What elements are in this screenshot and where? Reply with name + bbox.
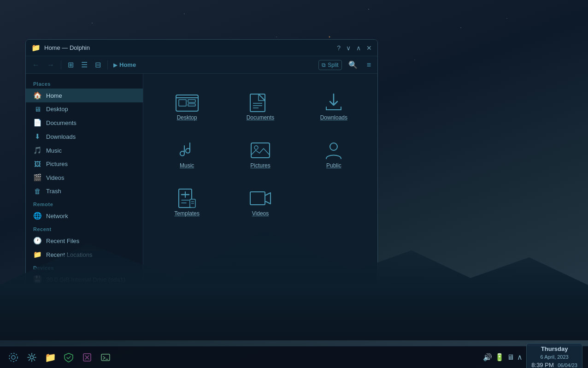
sidebar-item-pictures[interactable]: 🖼 Pictures bbox=[26, 157, 143, 171]
sidebar-item-recent-files[interactable]: 🕐 Recent Files bbox=[26, 234, 143, 248]
file-item-videos[interactable]: Videos bbox=[226, 179, 294, 222]
taskbar-gear-icon[interactable] bbox=[24, 350, 40, 365]
display-icon[interactable]: 🖥 bbox=[507, 353, 514, 362]
sidebar-item-downloads[interactable]: ⬇ Downloads bbox=[26, 130, 143, 143]
file-item-templates[interactable]: Templates bbox=[153, 179, 221, 222]
documents-label: Documents bbox=[247, 114, 275, 121]
search-button[interactable]: 🔍 bbox=[346, 59, 360, 71]
view-detail-button[interactable]: ⊟ bbox=[92, 59, 104, 71]
breadcrumb-arrow: ▶ bbox=[113, 62, 118, 68]
sidebar-item-videos[interactable]: 🎬 Videos bbox=[26, 171, 143, 184]
maximize-button[interactable]: ∧ bbox=[356, 45, 361, 51]
fulldate-label: 6 April, 2023 bbox=[541, 354, 569, 360]
menu-button[interactable]: ≡ bbox=[364, 59, 374, 71]
sidebar-item-trash-label: Trash bbox=[46, 188, 61, 195]
documents-folder-icon bbox=[248, 90, 272, 114]
datetime-box[interactable]: Thursday 6 April, 2023 8:39 PM 06/04/23 bbox=[526, 343, 582, 368]
zoom-label: Zoom: bbox=[165, 291, 180, 296]
help-button[interactable]: ? bbox=[337, 45, 341, 51]
zoom-thumb bbox=[196, 291, 201, 296]
title-bar-controls: ? ∨ ∧ ✕ bbox=[337, 45, 372, 51]
taskbar: 📁 🔊 🔋 🖥 ∧ bbox=[0, 346, 588, 368]
sidebar-item-drive-label: 20.0 GiB Internal Drive (sda1) bbox=[46, 276, 125, 283]
sidebar-item-network[interactable]: 🌐 Network bbox=[26, 209, 143, 223]
close-button[interactable]: ✕ bbox=[366, 45, 372, 51]
sidebar-item-pictures-label: Pictures bbox=[46, 160, 68, 167]
taskbar-right: 🔊 🔋 🖥 ∧ Thursday 6 April, 2023 8:39 PM 0… bbox=[483, 343, 582, 368]
split-button[interactable]: ⧉ Split bbox=[318, 60, 341, 70]
file-item-documents[interactable]: Documents bbox=[226, 83, 294, 126]
file-item-desktop[interactable]: Desktop bbox=[153, 83, 221, 126]
downloads-folder-icon bbox=[322, 90, 346, 114]
downloads-icon: ⬇ bbox=[33, 132, 41, 141]
zoom-slider[interactable] bbox=[183, 292, 229, 294]
back-button[interactable]: ← bbox=[29, 59, 42, 71]
sidebar-item-desktop-label: Desktop bbox=[46, 106, 68, 113]
forward-button[interactable]: → bbox=[44, 59, 57, 71]
svg-point-9 bbox=[254, 146, 258, 149]
gear-svg-icon bbox=[27, 352, 37, 362]
taskbar-left: 📁 bbox=[6, 350, 113, 365]
toolbar: ← → ⊞ ☰ ⊟ ▶ Home ⧉ Split 🔍 ≡ bbox=[26, 56, 377, 74]
sidebar-item-documents[interactable]: 📄 Documents bbox=[26, 116, 143, 130]
sidebar-item-music[interactable]: 🎵 Music bbox=[26, 143, 143, 157]
templates-folder-icon bbox=[175, 186, 199, 210]
pictures-icon: 🖼 bbox=[33, 160, 41, 168]
split-icon: ⧉ bbox=[322, 62, 326, 68]
sidebar-item-videos-label: Videos bbox=[46, 174, 65, 181]
sidebar-item-home[interactable]: 🏠 Home bbox=[26, 89, 143, 102]
svg-rect-4 bbox=[250, 94, 265, 112]
svg-rect-1 bbox=[179, 100, 186, 106]
sidebar-item-desktop[interactable]: 🖥 Desktop bbox=[26, 102, 143, 116]
pictures-label: Pictures bbox=[250, 162, 270, 169]
file-item-music[interactable]: Music bbox=[153, 131, 221, 174]
toolbar-separator-1 bbox=[61, 60, 61, 70]
sidebar-item-recent-locations[interactable]: 📁 Recent Locations bbox=[26, 248, 143, 261]
view-icons-button[interactable]: ⊞ bbox=[65, 59, 76, 71]
file-item-downloads[interactable]: Downloads bbox=[300, 83, 368, 126]
sidebar-item-recent-files-label: Recent Files bbox=[46, 237, 79, 244]
home-icon: 🏠 bbox=[33, 91, 41, 100]
taskbar-shield-icon[interactable] bbox=[61, 350, 76, 365]
task-svg-icon bbox=[82, 352, 92, 362]
svg-rect-24 bbox=[101, 354, 110, 361]
breadcrumb: ▶ Home bbox=[113, 61, 317, 68]
breadcrumb-home[interactable]: Home bbox=[119, 61, 136, 68]
minimize-button[interactable]: ∨ bbox=[346, 45, 351, 51]
battery-icon[interactable]: 🔋 bbox=[495, 353, 504, 362]
window-icon: 📁 bbox=[31, 43, 41, 52]
free-space: 14.1 GiB free bbox=[342, 291, 372, 296]
volume-icon[interactable]: 🔊 bbox=[483, 353, 492, 362]
datetime-day: Thursday bbox=[531, 345, 577, 352]
file-item-pictures[interactable]: Pictures bbox=[226, 131, 294, 174]
sidebar-item-music-label: Music bbox=[46, 147, 62, 154]
day-label: Thursday bbox=[541, 345, 568, 352]
shield-svg-icon bbox=[64, 352, 74, 362]
split-label: Split bbox=[328, 62, 338, 68]
view-list-button[interactable]: ☰ bbox=[78, 59, 90, 71]
remote-label: Remote bbox=[26, 198, 143, 209]
sidebar-item-documents-label: Documents bbox=[46, 119, 76, 126]
taskbar-files-icon[interactable]: 📁 bbox=[42, 350, 58, 365]
recent-files-icon: 🕐 bbox=[33, 237, 41, 245]
file-item-public[interactable]: Public bbox=[300, 131, 368, 174]
title-bar: 📁 Home — Dolphin ? ∨ ∧ ✕ bbox=[26, 40, 377, 56]
taskbar-task-icon[interactable] bbox=[79, 350, 95, 365]
sidebar-item-internal-drive[interactable]: 💾 20.0 GiB Internal Drive (sda1) bbox=[26, 273, 143, 286]
desktop-folder-icon bbox=[175, 90, 199, 114]
taskbar-tray: 🔊 🔋 🖥 ∧ bbox=[483, 353, 523, 362]
svg-point-20 bbox=[12, 356, 15, 359]
music-label: Music bbox=[180, 162, 194, 169]
datetime-time-row: 8:39 PM 06/04/23 bbox=[531, 361, 577, 368]
sidebar-item-downloads-label: Downloads bbox=[46, 133, 76, 140]
sidebar-item-trash[interactable]: 🗑 Trash bbox=[26, 184, 143, 198]
taskbar-system-icon[interactable] bbox=[6, 350, 21, 365]
recent-label: Recent bbox=[26, 223, 143, 234]
taskbar-terminal-icon[interactable] bbox=[98, 350, 113, 365]
sidebar-item-home-label: Home bbox=[46, 92, 62, 99]
drive-icon: 💾 bbox=[33, 275, 41, 284]
terminal-svg-icon bbox=[100, 352, 111, 362]
chevron-icon[interactable]: ∧ bbox=[517, 353, 523, 362]
svg-point-22 bbox=[30, 356, 34, 359]
dolphin-window: 📁 Home — Dolphin ? ∨ ∧ ✕ ← → ⊞ ☰ ⊟ ▶ Hom… bbox=[25, 39, 378, 300]
